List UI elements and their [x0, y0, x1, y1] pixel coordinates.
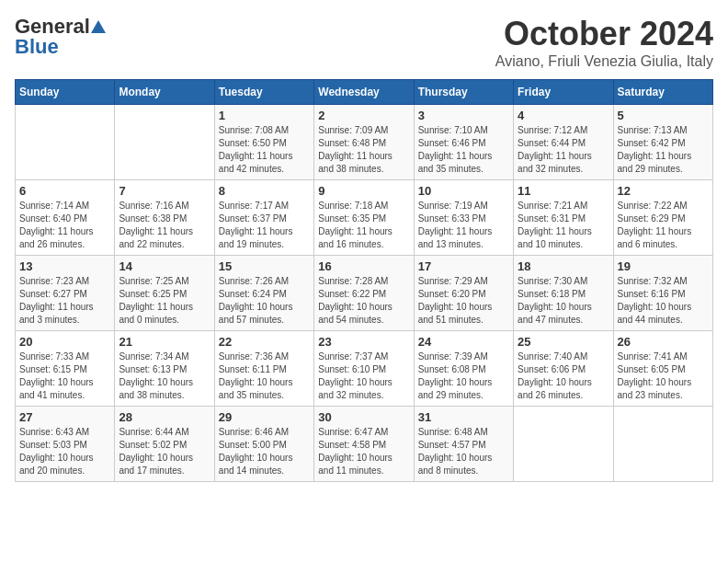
cell-content: Sunrise: 7:41 AM Sunset: 6:05 PM Dayligh… [618, 350, 709, 402]
calendar-cell: 11Sunrise: 7:21 AM Sunset: 6:31 PM Dayli… [514, 180, 613, 256]
calendar-cell: 18Sunrise: 7:30 AM Sunset: 6:18 PM Dayli… [514, 256, 613, 331]
calendar-cell: 2Sunrise: 7:09 AM Sunset: 6:48 PM Daylig… [314, 105, 414, 180]
cell-content: Sunrise: 6:43 AM Sunset: 5:03 PM Dayligh… [19, 426, 110, 477]
day-header-monday: Monday [115, 80, 214, 105]
cell-content: Sunrise: 7:30 AM Sunset: 6:18 PM Dayligh… [518, 275, 609, 327]
day-number: 25 [518, 335, 609, 349]
calendar-cell: 29Sunrise: 6:46 AM Sunset: 5:00 PM Dayli… [214, 407, 313, 482]
day-number: 7 [119, 184, 210, 198]
cell-content: Sunrise: 7:25 AM Sunset: 6:25 PM Dayligh… [119, 275, 210, 327]
title-block: October 2024 Aviano, Friuli Venezia Giul… [495, 15, 713, 70]
calendar-cell: 7Sunrise: 7:16 AM Sunset: 6:38 PM Daylig… [115, 180, 214, 256]
calendar-cell: 14Sunrise: 7:25 AM Sunset: 6:25 PM Dayli… [115, 256, 214, 331]
day-number: 2 [318, 109, 409, 122]
logo: General Blue [15, 15, 107, 59]
calendar-cell: 12Sunrise: 7:22 AM Sunset: 6:29 PM Dayli… [613, 180, 712, 256]
calendar-cell: 22Sunrise: 7:36 AM Sunset: 6:11 PM Dayli… [214, 331, 313, 407]
calendar-cell: 27Sunrise: 6:43 AM Sunset: 5:03 PM Dayli… [16, 407, 115, 482]
calendar-cell: 23Sunrise: 7:37 AM Sunset: 6:10 PM Dayli… [314, 331, 414, 407]
day-header-friday: Friday [514, 80, 613, 105]
calendar-week-row: 1Sunrise: 7:08 AM Sunset: 6:50 PM Daylig… [16, 105, 713, 180]
day-number: 10 [418, 184, 509, 198]
calendar-cell: 9Sunrise: 7:18 AM Sunset: 6:35 PM Daylig… [314, 180, 414, 256]
day-header-wednesday: Wednesday [314, 80, 414, 105]
day-number: 21 [119, 335, 210, 349]
day-header-saturday: Saturday [613, 80, 712, 105]
day-number: 11 [518, 184, 609, 198]
day-number: 22 [219, 335, 310, 349]
day-number: 8 [219, 184, 310, 198]
day-number: 24 [418, 335, 509, 349]
calendar-cell [613, 407, 712, 482]
day-number: 12 [618, 184, 709, 198]
cell-content: Sunrise: 7:40 AM Sunset: 6:06 PM Dayligh… [518, 350, 609, 402]
calendar-cell: 15Sunrise: 7:26 AM Sunset: 6:24 PM Dayli… [214, 256, 313, 331]
calendar-cell: 6Sunrise: 7:14 AM Sunset: 6:40 PM Daylig… [16, 180, 115, 256]
day-number: 19 [618, 259, 709, 273]
calendar-table: SundayMondayTuesdayWednesdayThursdayFrid… [15, 79, 713, 482]
calendar-cell: 10Sunrise: 7:19 AM Sunset: 6:33 PM Dayli… [414, 180, 513, 256]
cell-content: Sunrise: 7:12 AM Sunset: 6:44 PM Dayligh… [518, 124, 609, 176]
cell-content: Sunrise: 7:37 AM Sunset: 6:10 PM Dayligh… [318, 350, 409, 402]
day-number: 16 [318, 259, 409, 273]
cell-content: Sunrise: 7:13 AM Sunset: 6:42 PM Dayligh… [618, 124, 709, 176]
day-number: 28 [119, 410, 210, 424]
calendar-cell: 13Sunrise: 7:23 AM Sunset: 6:27 PM Dayli… [16, 256, 115, 331]
calendar-cell [514, 407, 613, 482]
calendar-cell: 1Sunrise: 7:08 AM Sunset: 6:50 PM Daylig… [214, 105, 313, 180]
day-number: 4 [518, 109, 609, 122]
day-number: 6 [19, 184, 110, 198]
calendar-cell: 21Sunrise: 7:34 AM Sunset: 6:13 PM Dayli… [115, 331, 214, 407]
calendar-week-row: 6Sunrise: 7:14 AM Sunset: 6:40 PM Daylig… [16, 180, 713, 256]
day-number: 27 [19, 410, 110, 424]
calendar-cell: 20Sunrise: 7:33 AM Sunset: 6:15 PM Dayli… [16, 331, 115, 407]
calendar-cell: 4Sunrise: 7:12 AM Sunset: 6:44 PM Daylig… [514, 105, 613, 180]
cell-content: Sunrise: 7:28 AM Sunset: 6:22 PM Dayligh… [318, 275, 409, 327]
day-header-tuesday: Tuesday [214, 80, 313, 105]
day-number: 9 [318, 184, 409, 198]
calendar-cell: 16Sunrise: 7:28 AM Sunset: 6:22 PM Dayli… [314, 256, 414, 331]
cell-content: Sunrise: 7:22 AM Sunset: 6:29 PM Dayligh… [618, 200, 709, 251]
page-header: General Blue October 2024 Aviano, Friuli… [15, 15, 713, 70]
day-header-sunday: Sunday [16, 80, 115, 105]
day-number: 15 [219, 259, 310, 273]
day-header-thursday: Thursday [414, 80, 513, 105]
logo-blue-text: Blue [15, 35, 59, 58]
day-number: 23 [318, 335, 409, 349]
svg-marker-0 [91, 20, 106, 33]
day-number: 1 [219, 109, 310, 122]
cell-content: Sunrise: 6:46 AM Sunset: 5:00 PM Dayligh… [219, 426, 310, 477]
cell-content: Sunrise: 6:44 AM Sunset: 5:02 PM Dayligh… [119, 426, 210, 477]
cell-content: Sunrise: 6:47 AM Sunset: 4:58 PM Dayligh… [318, 426, 409, 477]
cell-content: Sunrise: 7:29 AM Sunset: 6:20 PM Dayligh… [418, 275, 509, 327]
calendar-cell: 8Sunrise: 7:17 AM Sunset: 6:37 PM Daylig… [214, 180, 313, 256]
cell-content: Sunrise: 7:32 AM Sunset: 6:16 PM Dayligh… [618, 275, 709, 327]
calendar-cell: 30Sunrise: 6:47 AM Sunset: 4:58 PM Dayli… [314, 407, 414, 482]
calendar-cell: 28Sunrise: 6:44 AM Sunset: 5:02 PM Dayli… [115, 407, 214, 482]
month-title: October 2024 [495, 15, 713, 53]
calendar-week-row: 27Sunrise: 6:43 AM Sunset: 5:03 PM Dayli… [16, 407, 713, 482]
cell-content: Sunrise: 7:23 AM Sunset: 6:27 PM Dayligh… [19, 275, 110, 327]
day-number: 14 [119, 259, 210, 273]
calendar-cell [16, 105, 115, 180]
cell-content: Sunrise: 7:18 AM Sunset: 6:35 PM Dayligh… [318, 200, 409, 251]
cell-content: Sunrise: 7:19 AM Sunset: 6:33 PM Dayligh… [418, 200, 509, 251]
cell-content: Sunrise: 7:08 AM Sunset: 6:50 PM Dayligh… [219, 124, 310, 176]
calendar-cell: 31Sunrise: 6:48 AM Sunset: 4:57 PM Dayli… [414, 407, 513, 482]
day-number: 3 [418, 109, 509, 122]
cell-content: Sunrise: 7:34 AM Sunset: 6:13 PM Dayligh… [119, 350, 210, 402]
cell-content: Sunrise: 7:10 AM Sunset: 6:46 PM Dayligh… [418, 124, 509, 176]
calendar-cell: 24Sunrise: 7:39 AM Sunset: 6:08 PM Dayli… [414, 331, 513, 407]
calendar-header-row: SundayMondayTuesdayWednesdayThursdayFrid… [16, 80, 713, 105]
day-number: 17 [418, 259, 509, 273]
calendar-cell: 17Sunrise: 7:29 AM Sunset: 6:20 PM Dayli… [414, 256, 513, 331]
location-title: Aviano, Friuli Venezia Giulia, Italy [495, 53, 713, 70]
calendar-cell: 19Sunrise: 7:32 AM Sunset: 6:16 PM Dayli… [613, 256, 712, 331]
day-number: 18 [518, 259, 609, 273]
calendar-cell [115, 105, 214, 180]
day-number: 13 [19, 259, 110, 273]
cell-content: Sunrise: 6:48 AM Sunset: 4:57 PM Dayligh… [418, 426, 509, 477]
calendar-cell: 25Sunrise: 7:40 AM Sunset: 6:06 PM Dayli… [514, 331, 613, 407]
cell-content: Sunrise: 7:16 AM Sunset: 6:38 PM Dayligh… [119, 200, 210, 251]
calendar-week-row: 13Sunrise: 7:23 AM Sunset: 6:27 PM Dayli… [16, 256, 713, 331]
